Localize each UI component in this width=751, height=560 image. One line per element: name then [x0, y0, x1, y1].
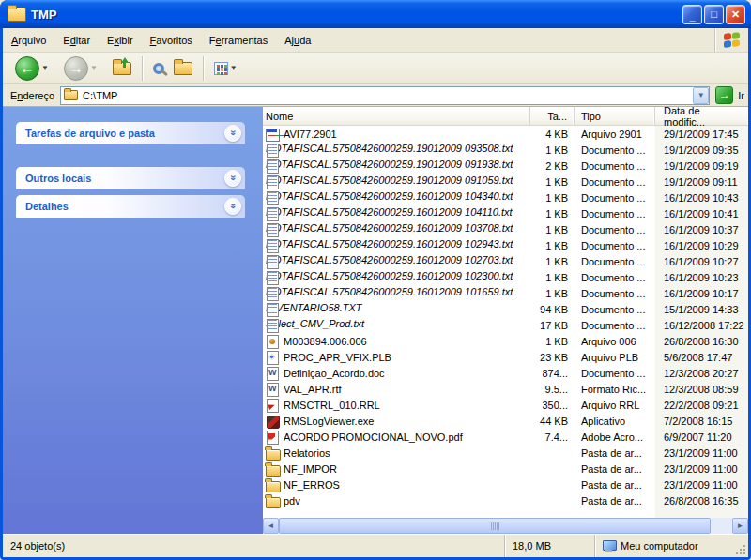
- scroll-left-button[interactable]: ◄: [263, 518, 279, 534]
- address-bar: Endereço C:\TMP ▼ → Ir: [3, 84, 748, 107]
- file-size: 1 KB: [530, 144, 575, 156]
- expand-button[interactable]: »: [224, 125, 241, 142]
- toolbar-separator: [142, 56, 143, 81]
- file-size: 44 KB: [530, 416, 575, 427]
- file-row[interactable]: NOTAFISCAL.57508426000259.16012009 10230…: [263, 269, 748, 285]
- maximize-button[interactable]: □: [704, 5, 724, 24]
- menu-bar: ArquivoEditarExibirFavoritosFerramentasA…: [3, 28, 748, 53]
- search-icon: [153, 63, 164, 74]
- file-size: 1 KB: [530, 240, 575, 251]
- toolbar: ← ▼ → ▼ ▼: [3, 53, 748, 84]
- forward-button[interactable]: → ▼: [59, 54, 108, 83]
- resize-grip-icon[interactable]: [735, 544, 746, 555]
- file-type: Documento ...: [575, 304, 655, 315]
- file-row[interactable]: RMSCTRL_010.RRL 350... Arquivo RRL 22/2/…: [263, 397, 748, 413]
- column-header-type[interactable]: Tipo: [575, 107, 655, 125]
- column-header-size[interactable]: Ta...: [530, 107, 575, 125]
- file-row[interactable]: Relatorios Pasta de ar... 23/1/2009 11:0…: [263, 445, 748, 461]
- go-button[interactable]: → Ir: [715, 86, 744, 104]
- file-type: Documento ...: [575, 240, 655, 251]
- scrollbar-track[interactable]: [711, 518, 732, 534]
- file-row[interactable]: NOTAFISCAL.57508426000259.16012009 10434…: [263, 189, 748, 205]
- window-body: ArquivoEditarExibirFavoritosFerramentasA…: [3, 28, 748, 557]
- folders-button[interactable]: [169, 54, 197, 83]
- file-row[interactable]: NOTAFISCAL.57508426000259.16012009 10294…: [263, 237, 748, 253]
- file-row[interactable]: NOTAFISCAL.57508426000259.16012009 10411…: [263, 205, 748, 221]
- file-type: Arquivo RRL: [575, 400, 655, 411]
- back-button[interactable]: ← ▼: [10, 54, 59, 83]
- file-type: Formato Ric...: [575, 384, 655, 395]
- file-date: 6/9/2007 11:20: [655, 431, 748, 443]
- file-row[interactable]: NF_IMPOR Pasta de ar... 23/1/2009 11:00: [263, 461, 748, 477]
- scrollbar-thumb[interactable]: [279, 518, 711, 534]
- address-input[interactable]: C:\TMP: [83, 90, 693, 101]
- column-header-name[interactable]: Nome: [263, 107, 530, 125]
- file-row[interactable]: NOTAFISCAL.57508426000259.19012009 09350…: [263, 142, 748, 158]
- go-arrow-icon: →: [715, 86, 733, 104]
- chevron-down-icon: »: [228, 174, 238, 180]
- file-type: Adobe Acro...: [575, 431, 655, 443]
- file-name: AVI77.2901: [284, 129, 337, 140]
- menu-item-favoritos[interactable]: Favoritos: [142, 28, 201, 52]
- panel-details[interactable]: Detalhes »: [16, 195, 245, 218]
- views-dropdown-icon[interactable]: ▼: [230, 64, 238, 72]
- file-row[interactable]: NOTAFISCAL.57508426000259.16012009 10270…: [263, 253, 748, 269]
- address-dropdown-button[interactable]: ▼: [693, 87, 709, 104]
- up-button[interactable]: [108, 54, 136, 83]
- file-type: Documento ...: [575, 160, 655, 172]
- file-row[interactable]: NOTAFISCAL.57508426000259.16012009 10165…: [263, 285, 748, 301]
- file-row[interactable]: ACORDO PROMOCIONAL_NOVO.pdf 7.4... Adobe…: [263, 429, 748, 445]
- file-row[interactable]: INVENTARIO58.TXT 94 KB Documento ... 15/…: [263, 301, 748, 317]
- file-row[interactable]: VAL_APR.rtf 9.5... Formato Ric... 12/3/2…: [263, 381, 748, 397]
- file-name: Relatorios: [284, 447, 330, 459]
- panel-other-places[interactable]: Outros locais »: [16, 167, 245, 189]
- file-row[interactable]: RMSLogViewer.exe 44 KB Aplicativo 7/2/20…: [263, 413, 748, 429]
- doc-file-icon: [266, 366, 280, 381]
- address-combo[interactable]: C:\TMP ▼: [60, 86, 710, 105]
- column-header-date[interactable]: Data de modific...: [655, 107, 748, 125]
- file-row[interactable]: AVI77.2901 4 KB Arquivo 2901 29/1/2009 1…: [263, 126, 748, 142]
- menu-item-ajuda[interactable]: Ajuda: [276, 28, 319, 52]
- menu-item-arquivo[interactable]: Arquivo: [3, 28, 54, 52]
- file-row[interactable]: NOTAFISCAL.57508426000259.16012009 10370…: [263, 221, 748, 237]
- menu-item-ferramentas[interactable]: Ferramentas: [201, 28, 276, 52]
- panel-title: Detalhes: [25, 201, 224, 212]
- file-row[interactable]: pdv Pasta de ar... 26/8/2008 16:35: [263, 492, 748, 508]
- file-name: RMSLogViewer.exe: [284, 416, 374, 427]
- folders-icon: [174, 62, 192, 75]
- menu-item-editar[interactable]: Editar: [54, 28, 99, 52]
- file-row[interactable]: NF_ERROS Pasta de ar... 23/1/2009 11:00: [263, 477, 748, 492]
- back-dropdown-icon[interactable]: ▼: [41, 64, 49, 72]
- minimize-button[interactable]: _: [682, 5, 702, 24]
- file-size: 1 KB: [530, 224, 575, 235]
- file-type: Documento ...: [575, 368, 655, 379]
- expand-button[interactable]: »: [224, 170, 241, 187]
- file-row[interactable]: NOTAFISCAL.57508426000259.19012009 09193…: [263, 158, 748, 174]
- task-pane: Tarefas de arquivo e pasta » Outros loca…: [3, 107, 263, 534]
- file-type: Documento ...: [575, 272, 655, 283]
- scroll-right-button[interactable]: ►: [732, 518, 748, 534]
- forward-dropdown-icon[interactable]: ▼: [90, 64, 98, 72]
- panel-file-tasks[interactable]: Tarefas de arquivo e pasta »: [16, 122, 245, 144]
- txt-file-icon: NOTAFISCAL.57508426000259.16012009 10294…: [266, 238, 280, 253]
- file-date: 16/1/2009 10:27: [655, 256, 748, 267]
- folder-icon: [266, 446, 280, 461]
- file-row[interactable]: PROC_APR_VFIX.PLB 23 KB Arquivo PLB 5/6/…: [263, 349, 748, 365]
- file-size: 1 KB: [530, 272, 575, 283]
- file-row[interactable]: Definiçao_Acordo.doc 874... Documento ..…: [263, 365, 748, 381]
- txt-file-icon: NOTAFISCAL.57508426000259.19012009 09193…: [266, 159, 280, 174]
- file-row[interactable]: M003894.006.006 1 KB Arquivo 006 26/8/20…: [263, 333, 748, 349]
- file-row[interactable]: NOTAFISCAL.57508426000259.19012009 09105…: [263, 174, 748, 189]
- horizontal-scrollbar[interactable]: ◄ ►: [263, 518, 748, 534]
- search-button[interactable]: [148, 54, 169, 83]
- menu-item-exibir[interactable]: Exibir: [99, 28, 142, 52]
- views-button[interactable]: ▼: [209, 54, 248, 83]
- file-type: Documento ...: [575, 320, 655, 331]
- close-button[interactable]: ✕: [726, 5, 745, 24]
- title-bar[interactable]: TMP _ □ ✕: [0, 0, 751, 28]
- file-type: Documento ...: [575, 176, 655, 188]
- file-name: PROC_APR_VFIX.PLB: [284, 352, 391, 363]
- file-date: 16/1/2009 10:37: [655, 224, 748, 235]
- file-row[interactable]: Select_CMV_Prod.txt 17 KB Documento ... …: [263, 317, 748, 333]
- expand-button[interactable]: »: [224, 198, 241, 215]
